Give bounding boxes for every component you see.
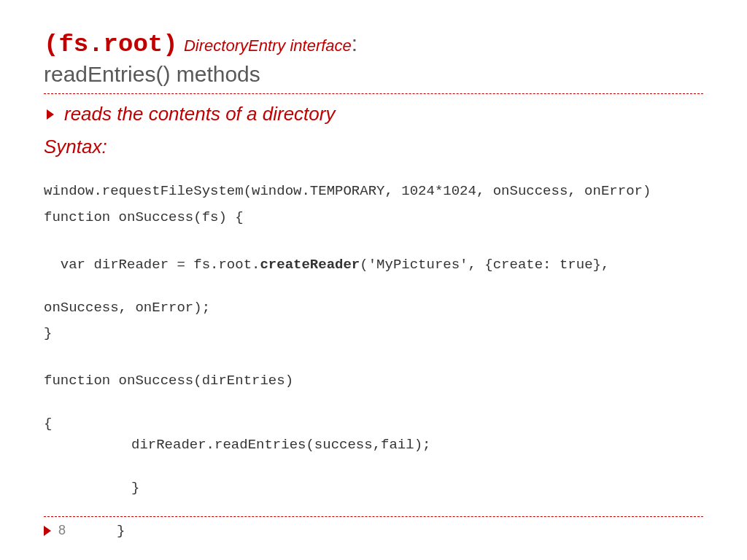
title-code: (fs.root) <box>44 31 178 58</box>
slide: (fs.root) DirectoryEntry interface: read… <box>0 0 747 560</box>
slide-footer: 8 <box>44 516 703 538</box>
code-line: dirReader.readEntries(success,fail); <box>44 435 703 456</box>
code-block: window.requestFileSystem(window.TEMPORAR… <box>44 160 703 560</box>
title-line2: readEntries() methods <box>44 62 260 86</box>
bullet-item: reads the contents of a directory <box>47 103 703 125</box>
code-line: function onSuccess(dirEntries) <box>44 370 703 392</box>
page-indicator: 8 <box>44 523 703 538</box>
title-colon: : <box>352 31 357 55</box>
bullet-text: reads the contents of a directory <box>64 103 335 125</box>
code-line: } <box>44 323 703 344</box>
footer-divider <box>44 516 703 517</box>
syntax-label: Syntax: <box>44 136 703 158</box>
title-interface: DirectoryEntry interface <box>184 36 352 55</box>
triangle-icon <box>47 109 54 120</box>
triangle-icon <box>44 526 51 536</box>
code-line: { <box>44 416 52 432</box>
page-number: 8 <box>58 523 66 538</box>
code-line: function onSuccess(fs) { <box>44 207 703 228</box>
title-divider <box>44 93 703 94</box>
code-line: var dirReader = fs.root.createReader('My… <box>44 254 703 276</box>
code-line: } <box>44 478 703 499</box>
slide-title: (fs.root) DirectoryEntry interface: read… <box>44 29 703 88</box>
code-line: onSuccess, onError); <box>44 300 210 316</box>
code-line: window.requestFileSystem(window.TEMPORAR… <box>44 183 651 199</box>
